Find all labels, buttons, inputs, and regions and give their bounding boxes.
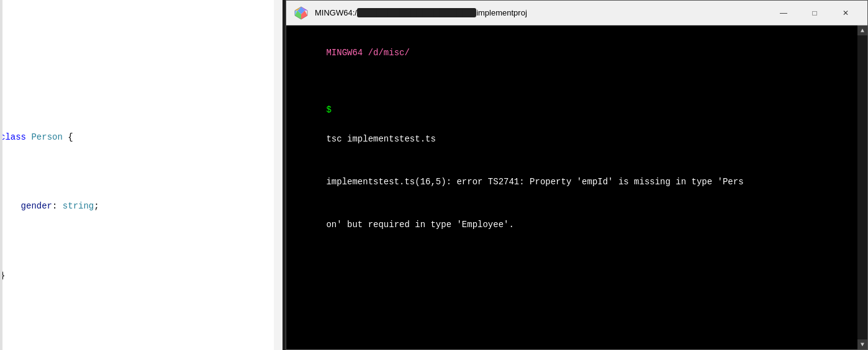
- minimize-button[interactable]: —: [769, 4, 798, 22]
- terminal-path-line: MINGW64 /d/misc/: [295, 32, 859, 74]
- terminal-body[interactable]: MINGW64 /d/misc/ $ tsc implementstest.ts…: [286, 25, 867, 349]
- terminal-title: MINGW64:/████████████████████implementpr…: [315, 8, 764, 17]
- terminal-error-text1: implementstest.ts(16,5): error TS2741: P…: [326, 177, 743, 187]
- scrollbar-up-button[interactable]: ▲: [857, 25, 867, 35]
- terminal-scrollbar[interactable]: ▲ ▼: [857, 25, 867, 349]
- terminal-command: [326, 120, 331, 130]
- terminal-window: MINGW64:/████████████████████implementpr…: [286, 0, 868, 350]
- code-editor: class Person { gender: string; } class E…: [0, 0, 283, 350]
- terminal-titlebar: MINGW64:/████████████████████implementpr…: [286, 1, 867, 25]
- editor-left-border: [0, 0, 2, 350]
- terminal-command-text: tsc implementstest.ts: [326, 134, 435, 144]
- editor-scrollbar[interactable]: [274, 0, 283, 350]
- terminal-controls: — □ ✕: [769, 4, 860, 22]
- code-line: gender: string;: [0, 199, 283, 213]
- terminal-error-line1: implementstest.ts(16,5): error TS2741: P…: [295, 161, 859, 204]
- terminal-path: MINGW64 /d/misc/: [326, 48, 409, 58]
- code-area[interactable]: class Person { gender: string; } class E…: [0, 0, 283, 350]
- terminal-command-line: $ tsc implementstest.ts: [295, 89, 859, 160]
- code-line: class Person {: [0, 130, 283, 144]
- scrollbar-track: [857, 35, 867, 339]
- terminal-error-text2: on' but required in type 'Employee'.: [326, 220, 513, 230]
- code-line: }: [0, 269, 283, 282]
- terminal-error-line2: on' but required in type 'Employee'.: [295, 204, 859, 246]
- close-button[interactable]: ✕: [831, 4, 860, 22]
- censored-path: ████████████████████: [357, 8, 476, 17]
- code-line: [0, 61, 283, 74]
- terminal-blank-line: [295, 74, 859, 89]
- terminal-app-icon: [294, 6, 309, 20]
- code-line: [0, 338, 283, 350]
- maximize-button[interactable]: □: [800, 4, 829, 22]
- terminal-prompt: $: [326, 105, 331, 115]
- scrollbar-down-button[interactable]: ▼: [857, 339, 867, 349]
